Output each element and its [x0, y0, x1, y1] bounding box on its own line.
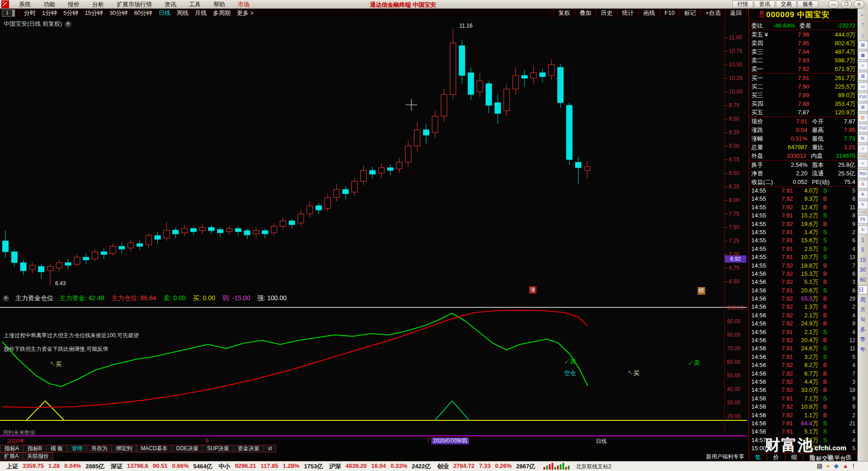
index-创业[interactable]: 创业2784.727.330.26%2867亿: [437, 462, 535, 471]
menu-item-分析[interactable]: 分析: [86, 0, 110, 9]
strip-period-日[interactable]: 日: [858, 285, 868, 294]
order-level-row[interactable]: 买二7.90225.5万: [749, 82, 858, 91]
tick-row[interactable]: 14:567.922.1万B4: [749, 311, 858, 320]
tab-DDE决策[interactable]: DDE决策: [172, 445, 203, 452]
tab-SUP决策[interactable]: SUP决策: [203, 445, 234, 452]
order-level-row[interactable]: 卖三7.94487.4万: [749, 47, 858, 56]
strip-period-1[interactable]: 1: [861, 235, 864, 245]
tick-row[interactable]: 14:567.9220.4万B12: [749, 336, 858, 344]
up-arrow-icon[interactable]: ↑: [858, 19, 868, 29]
order-level-row[interactable]: 卖二7.93598.7万: [749, 56, 858, 65]
tool-叠加[interactable]: 叠加: [575, 9, 596, 17]
tick-row[interactable]: 14:567.9233.0万B18: [749, 386, 858, 394]
tick-row[interactable]: 14:567.913.2万S5: [749, 353, 858, 361]
multi-window-icon[interactable]: ⊞: [858, 103, 868, 112]
tick-row[interactable]: 14:557.9218.8万B7: [749, 262, 858, 270]
stock-header[interactable]: R500 000009 中国宝安: [749, 9, 858, 21]
tool-标记[interactable]: 标记: [679, 9, 700, 17]
strip-period-月[interactable]: 月: [860, 305, 866, 315]
restore-icon[interactable]: ❐: [841, 0, 852, 9]
menu-item-功能[interactable]: 功能: [37, 0, 61, 9]
candlestick-chart[interactable]: [0, 17, 747, 295]
tool-历史[interactable]: 历史: [596, 9, 617, 17]
panel-tab-笔[interactable]: 笔: [749, 453, 767, 461]
period-1分钟[interactable]: 1分钟: [39, 9, 60, 17]
menu-item-系统[interactable]: 系统: [13, 0, 37, 9]
tool-统计[interactable]: 统计: [617, 9, 638, 17]
tool-返回[interactable]: 返回: [725, 9, 747, 17]
signal-icon[interactable]: ▲: [843, 462, 849, 469]
strip-period-15[interactable]: 15: [860, 255, 866, 265]
strip-period-周[interactable]: 周: [860, 295, 866, 305]
menu-item-市场[interactable]: 市场: [231, 0, 256, 9]
order-level-row[interactable]: 卖五 ¥7.96444.0万: [749, 30, 858, 39]
tool-复权[interactable]: 复权: [553, 9, 575, 17]
menu-item-帮助[interactable]: 帮助: [207, 0, 231, 9]
strip-period-5[interactable]: 5: [861, 245, 864, 255]
index-中小[interactable]: 中小9296.21117.851.28%1753亿: [218, 462, 323, 471]
tab-资金决策[interactable]: 资金决策: [234, 445, 264, 452]
tab-另存为[interactable]: 另存为: [87, 445, 112, 452]
tick-row[interactable]: 14:567.921.3万B2: [749, 303, 858, 311]
index-深证[interactable]: 深证13798.690.510.66%5464亿: [111, 462, 212, 471]
tick-row[interactable]: 14:567.9255.3万B29: [749, 295, 858, 303]
promo-text[interactable]: 新用户福利专享: [706, 453, 744, 461]
tick-row[interactable]: 14:567.921.1万B2: [749, 411, 858, 419]
indicator-chart[interactable]: [0, 295, 747, 429]
wave-indicator-icon[interactable]: ≈: [858, 159, 868, 168]
menu-item-报价[interactable]: 报价: [61, 0, 86, 9]
tick-row[interactable]: 14:567.926.7万B7: [749, 370, 858, 378]
order-level-row[interactable]: 买一7.91261.7万: [749, 74, 858, 82]
period-日线[interactable]: 日线: [156, 9, 174, 17]
f12-trade-icon[interactable]: F12: [858, 124, 868, 132]
tick-row[interactable]: 14:557.914.0万S5: [749, 187, 858, 195]
tick-row[interactable]: 14:567.917.1万S9: [749, 395, 858, 403]
trend-chart-icon[interactable]: ≈: [858, 61, 868, 70]
titlebar-button-资讯[interactable]: 资讯: [754, 0, 775, 8]
order-level-row[interactable]: 卖一7.92571.9万: [749, 65, 858, 73]
order-level-row[interactable]: 买三7.8989.0万: [749, 91, 858, 99]
tab-xl[interactable]: xl: [264, 445, 277, 452]
tick-row[interactable]: 14:567.9210.8万B9: [749, 403, 858, 411]
back-arrow-icon[interactable]: ←: [858, 9, 868, 19]
tick-row[interactable]: 14:557.9115.6万S6: [749, 236, 858, 245]
tick-row[interactable]: 14:557.911.4万S2: [749, 228, 858, 236]
formula-icon[interactable]: fx: [858, 134, 868, 143]
reload-icon[interactable]: ↻: [858, 226, 868, 234]
f10-info-icon[interactable]: F10: [858, 93, 868, 101]
tick-row[interactable]: 14:567.9164.4万S21: [749, 419, 858, 428]
strip-period-年[interactable]: 年: [860, 344, 866, 354]
tick-row[interactable]: 14:557.9219.6万B9: [749, 220, 858, 228]
index-上证[interactable]: 上证3359.751.280.04%2885亿: [6, 462, 104, 471]
tick-row[interactable]: 14:567.928.2万B4: [749, 361, 858, 369]
index-沪深[interactable]: 沪深4839.2016.040.33%2422亿: [329, 462, 430, 471]
tab-扩展A[interactable]: 扩展A: [0, 452, 23, 460]
panel-tab-联[interactable]: 联: [821, 453, 840, 461]
tick-row[interactable]: 14:567.9124.6万S11: [749, 344, 858, 353]
menu-item-扩展市场行情[interactable]: 扩展市场行情: [110, 0, 158, 9]
collapse-icon[interactable]: ▼: [3, 295, 9, 301]
strip-period-季[interactable]: 季: [860, 334, 866, 344]
order-level-row[interactable]: 卖四7.95802.6万: [749, 39, 858, 47]
server-name[interactable]: 北京双线主站2: [576, 463, 612, 471]
minimize-icon[interactable]: —: [828, 0, 839, 9]
period-月线[interactable]: 月线: [192, 9, 210, 17]
tick-row[interactable]: 14:557.9115.2万S8: [749, 212, 858, 220]
tab-MACD基本[interactable]: MACD基本: [137, 445, 172, 452]
period-更多 >[interactable]: 更多 >: [234, 9, 257, 17]
panel-tab-价[interactable]: 价: [767, 453, 785, 461]
tick-row[interactable]: 14:567.912.1万S4: [749, 328, 858, 336]
tab-指标B[interactable]: 指标B: [24, 445, 47, 452]
alert-icon[interactable]: !: [853, 462, 854, 469]
tick-row[interactable]: 15:007.911.6万S5: [749, 444, 858, 452]
tick-row[interactable]: 14:567.925.1万B3: [749, 278, 858, 286]
tab-管理[interactable]: 管理: [67, 445, 87, 452]
tab-指标A[interactable]: 指标A: [0, 445, 24, 452]
report-view-icon[interactable]: ▤: [858, 41, 868, 49]
order-level-row[interactable]: 买四7.88353.4万: [749, 99, 858, 108]
tab-关联报价[interactable]: 关联报价: [23, 452, 53, 460]
satellite-icon[interactable]: ◆: [834, 462, 839, 469]
kline-view-icon[interactable]: ▥: [858, 72, 868, 80]
chevron-down-icon[interactable]: ▼: [65, 21, 71, 28]
titlebar-button-交易[interactable]: 交易: [776, 0, 797, 8]
